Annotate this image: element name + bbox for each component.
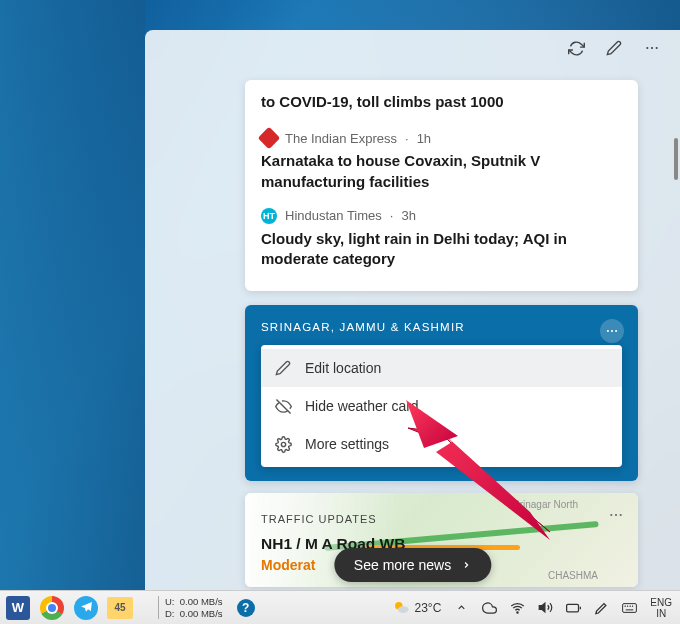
taskbar-folder[interactable]: 45 [106,594,134,622]
taskbar-weather[interactable]: 23°C [392,599,442,617]
refresh-button[interactable] [566,38,586,58]
lang-line2: IN [650,608,672,619]
folder-badge: 45 [114,602,125,613]
svg-point-3 [607,330,609,332]
map-label-north: Srinagar North [513,499,578,510]
netspeed-up-label: U: [165,596,175,607]
svg-point-21 [628,605,629,606]
menu-item-label: Hide weather card [305,398,419,414]
taskbar-chrome[interactable] [38,594,66,622]
menu-item-label: More settings [305,436,389,452]
svg-point-14 [517,612,518,613]
wifi-icon [510,600,525,615]
svg-point-9 [615,514,617,516]
see-more-news-button[interactable]: See more news [334,548,491,582]
traffic-title: TRAFFIC UPDATES [261,513,622,525]
svg-point-8 [610,514,612,516]
tray-onedrive[interactable] [482,600,497,615]
indian-express-icon [258,127,281,150]
news-source-row: HT Hindustan Times · 3h [261,208,622,224]
lang-line1: ENG [650,597,672,608]
cards-area: to COVID-19, toll climbs past 1000 The I… [245,80,638,590]
news-time: 3h [401,208,415,223]
taskbar-help[interactable]: ? [229,594,257,622]
dots-icon [644,40,660,56]
netspeed-down-label: D: [165,608,175,619]
netspeed-down: 0.00 MB/s [180,608,223,619]
news-source: The Indian Express [285,131,397,146]
menu-hide-weather[interactable]: Hide weather card [261,387,622,425]
pencil-icon [606,40,622,56]
taskbar-telegram[interactable] [72,594,100,622]
panel-header [566,38,662,58]
keyboard-icon [622,601,637,615]
weather-context-menu: Edit location Hide weather card More set… [261,345,622,467]
news-source: Hindustan Times [285,208,382,223]
svg-point-23 [633,605,634,606]
svg-marker-15 [540,603,546,612]
menu-edit-location[interactable]: Edit location [261,349,622,387]
svg-rect-16 [567,604,579,612]
hindustan-times-icon: HT [261,208,277,224]
pen-input-icon [594,600,609,616]
svg-point-22 [630,605,631,606]
chrome-icon [40,596,64,620]
svg-point-0 [646,47,648,49]
help-icon: ? [237,599,255,617]
svg-rect-18 [623,603,637,612]
svg-point-13 [398,606,409,613]
taskbar-temp: 23°C [415,601,442,615]
tray-language[interactable]: ENG IN [650,597,672,619]
news-item[interactable]: HT Hindustan Times · 3h Cloudy sky, ligh… [261,200,622,278]
svg-point-4 [611,330,613,332]
gear-icon [275,435,293,453]
taskbar: W 45 U: 0.00 MB/s D: 0.00 MB/s ? 23°C EN… [0,590,680,624]
tray-wifi[interactable] [510,600,525,615]
dot-separator: · [390,208,394,223]
tray-input[interactable] [594,600,609,615]
taskbar-word[interactable]: W [4,594,32,622]
weather-location: SRINAGAR, JAMMU & KASHMIR [261,321,622,333]
edit-button[interactable] [604,38,624,58]
traffic-more-button[interactable] [608,507,624,527]
news-time: 1h [417,131,431,146]
svg-point-1 [651,47,653,49]
taskbar-right: 23°C ENG IN [392,597,680,619]
svg-point-10 [620,514,622,516]
hide-icon [275,397,293,415]
folder-icon: 45 [107,597,133,619]
telegram-icon [74,596,98,620]
tray-volume[interactable] [538,600,553,615]
svg-point-2 [656,47,658,49]
battery-icon [566,602,581,614]
panel-more-button[interactable] [642,38,662,58]
word-icon: W [6,596,30,620]
tray-keyboard[interactable] [622,600,637,615]
dot-separator: · [405,131,409,146]
see-more-label: See more news [354,557,451,573]
cloud-icon [482,600,497,616]
news-headline[interactable]: to COVID-19, toll climbs past 1000 [261,92,622,112]
taskbar-netspeed[interactable]: U: 0.00 MB/s D: 0.00 MB/s [158,596,223,619]
news-item[interactable]: The Indian Express · 1h Karnataka to hou… [261,122,622,200]
wallpaper-building [0,0,145,590]
refresh-icon [568,40,585,57]
tray-battery[interactable] [566,600,581,615]
menu-more-settings[interactable]: More settings [261,425,622,463]
svg-point-5 [615,330,617,332]
widgets-panel: to COVID-19, toll climbs past 1000 The I… [145,30,680,590]
volume-icon [538,600,553,615]
news-card: to COVID-19, toll climbs past 1000 The I… [245,80,638,291]
svg-point-7 [281,442,285,446]
weather-more-button[interactable] [600,319,624,343]
scrollbar[interactable] [674,138,678,180]
chevron-right-icon [461,560,471,570]
pencil-icon [275,359,293,377]
news-headline: Cloudy sky, light rain in Delhi today; A… [261,229,622,270]
tray-chevron-up[interactable] [454,600,469,615]
taskbar-left: W 45 U: 0.00 MB/s D: 0.00 MB/s ? [0,594,257,622]
dots-icon [608,507,624,523]
weather-partly-sunny-icon [392,599,410,617]
news-headline: Karnataka to house Covaxin, Sputnik V ma… [261,151,622,192]
chevron-up-icon [456,602,467,613]
